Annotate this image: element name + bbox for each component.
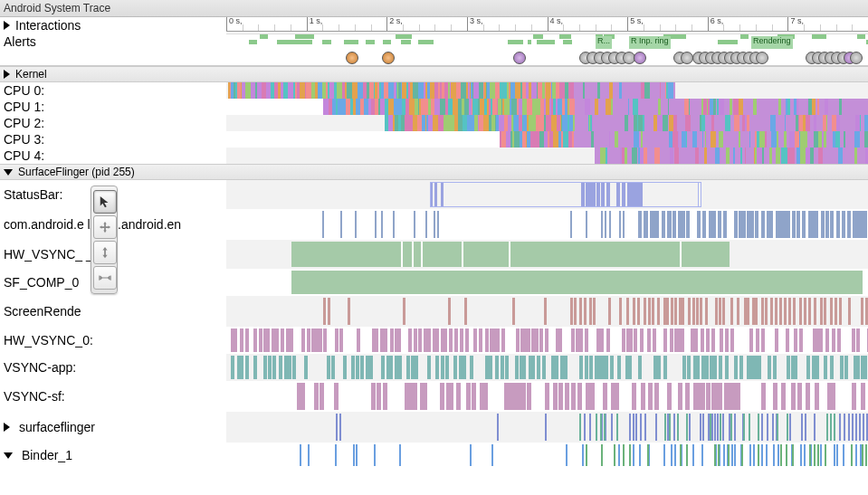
- collapse-icon[interactable]: [4, 452, 13, 459]
- track-row: VSYNC-sf:: [0, 381, 868, 412]
- surfaceflinger-section-header[interactable]: SurfaceFlinger (pid 255): [0, 164, 868, 180]
- expand-icon[interactable]: [4, 21, 10, 30]
- alert-marker[interactable]: [850, 52, 863, 64]
- track[interactable]: [226, 240, 868, 269]
- zoom-tool[interactable]: [93, 241, 117, 264]
- track[interactable]: [226, 381, 868, 412]
- alerts-track[interactable]: [226, 50, 868, 65]
- app-title: Android System Trace: [4, 2, 110, 14]
- track-label: ScreenRende: [0, 296, 226, 327]
- track[interactable]: [226, 296, 868, 327]
- title-bar: Android System Trace: [0, 0, 868, 17]
- tool-palette: [91, 186, 118, 294]
- select-tool[interactable]: [93, 190, 117, 214]
- cpu-row: CPU 1:: [0, 99, 868, 115]
- row-alerts: [0, 50, 868, 66]
- overview-track[interactable]: R...RenderingInp.Rendering: [226, 33, 868, 50]
- track[interactable]: [226, 354, 868, 381]
- cpu-track[interactable]: [226, 82, 868, 99]
- alert-marker[interactable]: [513, 52, 526, 64]
- track-row: HW_VSYNC_ _0:: [0, 240, 868, 269]
- track[interactable]: [226, 269, 868, 296]
- pan-tool[interactable]: [93, 215, 117, 239]
- alert-marker[interactable]: [634, 52, 646, 64]
- track-label: Binder_1: [0, 443, 226, 468]
- track[interactable]: [226, 180, 868, 209]
- track-row: Binder_1: [0, 443, 868, 468]
- cpu-label: CPU 3:: [0, 131, 226, 148]
- track-row: SF_COMP_0: [0, 269, 868, 296]
- collapse-icon[interactable]: [4, 169, 13, 176]
- track[interactable]: [226, 443, 868, 468]
- cpu-track[interactable]: [226, 99, 868, 115]
- cpu-row: CPU 0:: [0, 82, 868, 99]
- cpu-label: CPU 0:: [0, 82, 226, 99]
- time-ruler[interactable]: 0 s,1 s,2 s,3 s,4 s,5 s,6 s,7 s,: [226, 17, 868, 33]
- track-row: StatusBar:: [0, 180, 868, 209]
- cpu-label: CPU 4:: [0, 148, 226, 164]
- expand-icon[interactable]: [4, 423, 10, 432]
- expand-icon[interactable]: [4, 70, 10, 79]
- cpu-label: CPU 1:: [0, 99, 226, 115]
- row-interactions: Interactions 0 s,1 s,2 s,3 s,4 s,5 s,6 s…: [0, 17, 868, 33]
- trace-view: Interactions 0 s,1 s,2 s,3 s,4 s,5 s,6 s…: [0, 17, 868, 468]
- alerts-label: Alerts: [0, 33, 226, 50]
- row-overview: Alerts R...RenderingInp.Rendering: [0, 33, 868, 50]
- track-row: com.android.e l/com.android.en: [0, 209, 868, 240]
- track[interactable]: [226, 209, 868, 240]
- track-label: VSYNC-app:: [0, 354, 226, 381]
- cpu-track[interactable]: [226, 148, 868, 164]
- alert-marker[interactable]: [681, 52, 693, 64]
- alert-marker[interactable]: [382, 52, 395, 64]
- cpu-row: CPU 2:: [0, 115, 868, 131]
- cpu-track[interactable]: [226, 115, 868, 131]
- track[interactable]: [226, 327, 868, 354]
- alert-marker[interactable]: [346, 52, 358, 64]
- cpu-row: CPU 4:: [0, 148, 868, 164]
- cpu-row: CPU 3:: [0, 131, 868, 148]
- track-label: HW_VSYNC_0:: [0, 327, 226, 354]
- track[interactable]: [226, 412, 868, 443]
- alert-marker[interactable]: [756, 52, 768, 64]
- timing-tool[interactable]: [93, 266, 117, 290]
- track-row: VSYNC-app:: [0, 354, 868, 381]
- track-row: HW_VSYNC_0:: [0, 327, 868, 354]
- track-label: VSYNC-sf:: [0, 381, 226, 412]
- cpu-label: CPU 2:: [0, 115, 226, 131]
- track-row: surfaceflinger: [0, 412, 868, 443]
- track-row: ScreenRende: [0, 296, 868, 327]
- kernel-section-header[interactable]: Kernel: [0, 66, 868, 82]
- interactions-label[interactable]: Interactions: [0, 17, 226, 33]
- track-label: surfaceflinger: [0, 412, 226, 443]
- cpu-track[interactable]: [226, 131, 868, 148]
